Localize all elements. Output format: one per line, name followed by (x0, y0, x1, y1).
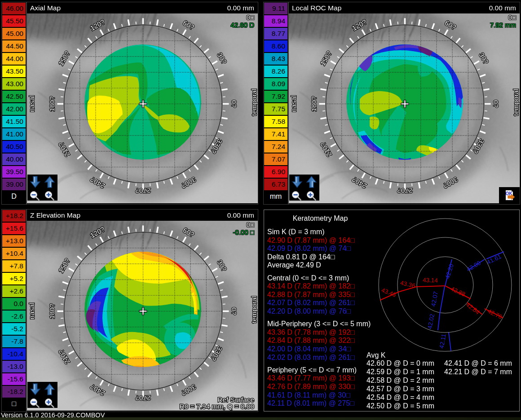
svg-text:R0 = 7.94 mm, Q = 0.00: R0 = 7.94 mm, Q = 0.00 (180, 402, 255, 410)
svg-text:nasal: nasal (28, 302, 35, 319)
svg-text:41.61: 41.61 (486, 253, 503, 266)
svg-text:42.11: 42.11 (438, 333, 447, 349)
svg-text:42.02: 42.02 (426, 313, 436, 329)
svg-text:42.07: 42.07 (430, 291, 439, 307)
svg-text:42.88: 42.88 (450, 285, 466, 298)
svg-text:temporal: temporal (512, 89, 520, 116)
svg-text:42.00: 42.00 (465, 259, 482, 273)
svg-text:43.14: 43.14 (423, 276, 438, 284)
svg-text:temporal: temporal (250, 296, 258, 323)
svg-text:42.84: 42.84 (465, 301, 481, 316)
svg-text:nasal: nasal (290, 95, 297, 112)
svg-text:43.36: 43.36 (400, 280, 416, 289)
svg-text:nasal: nasal (28, 95, 35, 112)
svg-text:42.76: 42.76 (486, 308, 503, 320)
svg-text:temporal: temporal (250, 89, 258, 116)
svg-text:42.20: 42.20 (444, 263, 455, 280)
